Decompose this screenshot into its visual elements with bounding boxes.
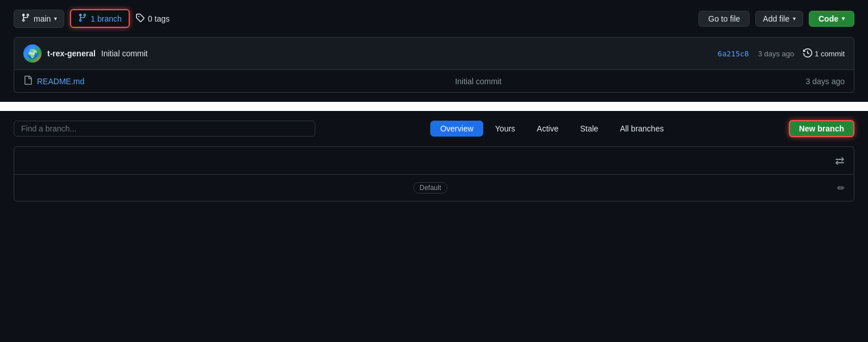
commit-time: 3 days ago <box>758 50 795 58</box>
code-button[interactable]: Code ▾ <box>809 11 854 27</box>
file-row: README.md Initial commit 3 days ago <box>14 70 854 93</box>
branch-selector[interactable]: main ▾ <box>14 10 64 28</box>
branch-row-1: ⇄ <box>14 146 854 174</box>
branch-search-input[interactable] <box>14 121 315 137</box>
section-divider <box>0 102 868 111</box>
tab-yours[interactable]: Yours <box>486 121 525 137</box>
top-section: main ▾ 1 branch 0 tags <box>0 0 868 102</box>
add-file-button[interactable]: Add file ▾ <box>755 11 803 27</box>
commit-hash[interactable]: 6a215c8 <box>718 50 749 58</box>
tags-count[interactable]: 0 tags <box>135 13 170 24</box>
branch-count-icon <box>78 13 87 24</box>
tags-count-label: 0 tags <box>148 14 170 23</box>
branches-toolbar: Overview Yours Active Stale All branches… <box>14 120 854 137</box>
add-file-chevron: ▾ <box>793 15 796 22</box>
branch-selector-label: main <box>34 14 51 23</box>
add-file-label: Add file <box>763 14 789 23</box>
file-icon <box>23 76 32 86</box>
file-name[interactable]: README.md <box>37 77 151 86</box>
branch-compare-icon[interactable]: ⇄ <box>835 154 845 167</box>
branch-selector-icon <box>21 13 30 24</box>
branch-rows: ⇄ Default ✏ <box>14 146 854 201</box>
tab-stale[interactable]: Stale <box>570 121 608 137</box>
new-branch-button[interactable]: New branch <box>789 120 854 137</box>
branch-count-button[interactable]: 1 branch <box>70 9 129 28</box>
tab-all-branches[interactable]: All branches <box>610 121 673 137</box>
go-to-file-button[interactable]: Go to file <box>698 11 750 27</box>
branch-tabs: Overview Yours Active Stale All branches <box>430 121 673 137</box>
commit-history-link[interactable]: 1 commit <box>803 48 845 59</box>
commit-message: Initial commit <box>101 49 148 58</box>
tab-overview[interactable]: Overview <box>430 121 483 137</box>
commit-row: 🌍 t-rex-general Initial commit 6a215c8 3… <box>14 37 854 70</box>
code-chevron: ▾ <box>842 15 845 22</box>
history-icon <box>803 48 812 59</box>
file-commit-message: Initial commit <box>151 77 806 86</box>
branch-count-label: 1 branch <box>90 14 121 23</box>
branch-selector-chevron: ▾ <box>54 15 57 22</box>
default-badge: Default <box>413 182 447 193</box>
commit-left: 🌍 t-rex-general Initial commit <box>23 44 148 63</box>
bottom-section: Overview Yours Active Stale All branches… <box>0 111 868 211</box>
toolbar-right: Go to file Add file ▾ Code ▾ <box>698 11 854 27</box>
tag-icon <box>135 13 145 24</box>
avatar: 🌍 <box>23 44 42 63</box>
commit-count-label: 1 commit <box>814 50 845 58</box>
file-time: 3 days ago <box>806 77 845 86</box>
code-label: Code <box>818 14 838 23</box>
branch-row-2: Default ✏ <box>14 174 854 201</box>
toolbar-left: main ▾ 1 branch 0 tags <box>14 9 170 28</box>
toolbar-row: main ▾ 1 branch 0 tags <box>14 9 854 28</box>
edit-icon[interactable]: ✏ <box>837 183 845 193</box>
tab-active[interactable]: Active <box>527 121 568 137</box>
commit-right: 6a215c8 3 days ago 1 commit <box>718 48 845 59</box>
commit-author[interactable]: t-rex-general <box>47 49 96 58</box>
